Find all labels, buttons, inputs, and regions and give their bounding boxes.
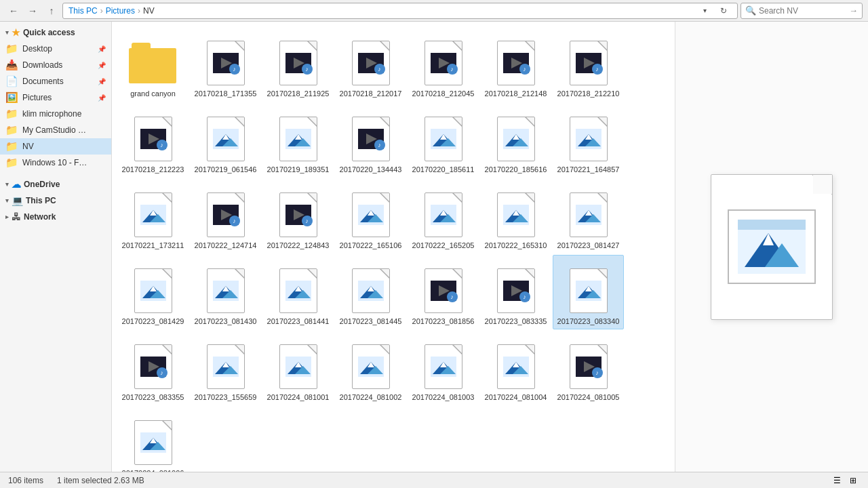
file-item[interactable]: 20170224_081001 — [262, 331, 334, 405]
file-icon — [274, 266, 323, 315]
quick-access-chevron: ▾ — [5, 29, 9, 36]
file-item[interactable]: 20170224_081004 — [480, 331, 551, 405]
address-bar[interactable]: This PC › Pictures › NV ▾ ↻ — [62, 3, 738, 19]
breadcrumb-thispc[interactable]: This PC — [68, 6, 98, 16]
file-item[interactable]: ♪ 20170218_171355 — [190, 27, 261, 102]
file-item[interactable]: ♪ 20170223_083335 — [480, 255, 551, 329]
file-item[interactable]: 20170219_189351 — [262, 103, 334, 178]
status-bar: 106 items 1 item selected 2.63 MB ☰ ⊞ — [0, 472, 868, 488]
quick-access-header[interactable]: ▾ ★ Quick access — [0, 24, 111, 41]
file-icon — [419, 115, 468, 163]
file-item[interactable]: 20170223_155659 — [190, 331, 261, 405]
file-icon: ♪ — [129, 342, 178, 391]
sidebar-item-downloads[interactable]: 📥 Downloads 📌 — [0, 57, 111, 73]
folder-icon — [129, 43, 178, 83]
sidebar-item-pictures[interactable]: 🖼️ Pictures 📌 — [0, 89, 111, 106]
sidebar-item-documents[interactable]: 📄 Documents 📌 — [0, 73, 111, 89]
file-name: 20170224_081004 — [485, 392, 547, 402]
details-view-button[interactable]: ☰ — [830, 474, 844, 487]
file-icon — [564, 266, 613, 315]
view-controls: ☰ ⊞ — [830, 474, 860, 487]
file-item[interactable]: 20170219_061546 — [190, 103, 261, 178]
file-item[interactable]: ♪ 20170223_083355 — [117, 331, 189, 405]
file-name: 20170223_155659 — [195, 392, 257, 402]
file-icon: ♪ — [564, 39, 613, 87]
file-icon — [564, 190, 613, 239]
file-item[interactable]: 20170223_083340 — [553, 255, 624, 329]
search-icon: 🔍 — [745, 5, 756, 16]
file-item[interactable]: 20170223_081429 — [117, 255, 189, 329]
file-name: 20170218_212148 — [485, 89, 547, 98]
file-item[interactable]: ♪ 20170222_124714 — [190, 179, 261, 253]
file-name: 20170223_081856 — [412, 317, 475, 326]
file-item[interactable]: ♪ 20170218_212210 — [553, 27, 624, 102]
onedrive-icon: ☁ — [12, 179, 21, 190]
file-icon: ♪ — [201, 39, 250, 87]
file-item[interactable]: ♪ 20170220_134443 — [335, 103, 406, 178]
thispc-header[interactable]: ▾ 💻 This PC — [0, 192, 111, 209]
file-item[interactable]: ♪ 20170218_211925 — [262, 27, 334, 102]
onedrive-header[interactable]: ▾ ☁ OneDrive — [0, 176, 111, 192]
sidebar-label-desktop: Desktop — [22, 44, 52, 54]
file-item[interactable]: ♪ 20170223_081856 — [408, 255, 479, 329]
large-icons-view-button[interactable]: ⊞ — [846, 474, 860, 487]
search-submit-icon[interactable]: → — [849, 5, 858, 16]
thispc-chevron: ▾ — [5, 197, 9, 204]
file-item[interactable]: 20170221_164857 — [553, 103, 624, 178]
file-item[interactable]: 20170222_165310 — [480, 179, 551, 253]
file-item[interactable]: ♪ 20170218_212223 — [117, 103, 189, 178]
file-item[interactable]: 20170224_081006 — [117, 407, 189, 472]
pin-downloads: 📌 — [98, 62, 106, 69]
up-button[interactable]: ↑ — [43, 3, 60, 19]
sidebar-item-desktop[interactable]: 📁 Desktop 📌 — [0, 41, 111, 57]
sidebar-item-nv[interactable]: 📁 NV — [0, 138, 111, 155]
sidebar-label-klim: klim microphone — [22, 109, 81, 119]
pin-desktop: 📌 — [98, 45, 106, 53]
breadcrumb-pictures[interactable]: Pictures — [106, 6, 135, 16]
pin-documents: 📌 — [98, 78, 106, 85]
network-chevron: ▸ — [5, 214, 9, 220]
file-name: 20170219_189351 — [267, 165, 330, 174]
breadcrumb-sep2: › — [138, 6, 140, 16]
file-item[interactable]: ♪ 20170218_212017 — [335, 27, 406, 102]
search-input[interactable] — [759, 6, 846, 16]
file-icon — [201, 342, 250, 391]
file-item[interactable]: ♪ 20170218_212045 — [408, 27, 479, 102]
file-name: 20170218_212210 — [557, 89, 620, 98]
file-item[interactable]: 20170223_081445 — [335, 255, 406, 329]
preview-card — [711, 174, 833, 320]
file-item[interactable]: 20170224_081003 — [408, 331, 479, 405]
file-grid: grand canyon ♪ 20170218_171355 ♪ 2017021… — [112, 22, 675, 472]
file-icon — [492, 342, 540, 391]
sidebar-item-camstudio[interactable]: 📁 My CamStudio Vide — [0, 122, 111, 138]
search-box[interactable]: 🔍 → — [741, 3, 863, 19]
file-item[interactable]: 20170223_081430 — [190, 255, 261, 329]
address-dropdown-button[interactable]: ▾ — [696, 3, 713, 19]
file-item[interactable]: grand canyon — [117, 27, 189, 102]
file-icon — [347, 266, 395, 315]
file-name: 20170221_164857 — [557, 165, 620, 174]
refresh-button[interactable]: ↻ — [715, 3, 732, 19]
file-item[interactable]: 20170224_081002 — [335, 331, 406, 405]
file-item[interactable]: 20170223_081441 — [262, 255, 334, 329]
file-item[interactable]: ♪ 20170224_081005 — [553, 331, 624, 405]
onedrive-chevron: ▾ — [5, 181, 9, 188]
file-item[interactable]: ♪ 20170218_212148 — [480, 27, 551, 102]
sidebar-item-windows10[interactable]: 📁 Windows 10 - Faste — [0, 155, 111, 171]
sidebar-item-klim-microphone[interactable]: 📁 klim microphone — [0, 106, 111, 122]
back-button[interactable]: ← — [5, 3, 22, 19]
file-item[interactable]: 20170222_165205 — [408, 179, 479, 253]
preview-panel — [675, 22, 868, 472]
file-icon: ♪ — [274, 190, 323, 239]
file-item[interactable]: 20170220_185616 — [480, 103, 551, 178]
file-icon — [129, 39, 178, 87]
file-item[interactable]: 20170223_081427 — [553, 179, 624, 253]
file-icon — [492, 115, 540, 163]
file-item[interactable]: ♪ 20170222_124843 — [262, 179, 334, 253]
forward-button[interactable]: → — [24, 3, 41, 19]
file-item[interactable]: 20170220_185611 — [408, 103, 479, 178]
file-item[interactable]: 20170221_173211 — [117, 179, 189, 253]
file-item[interactable]: 20170222_165106 — [335, 179, 406, 253]
sidebar-label-win10: Windows 10 - Faste — [22, 158, 90, 167]
network-header[interactable]: ▸ 🖧 Network — [0, 209, 111, 225]
